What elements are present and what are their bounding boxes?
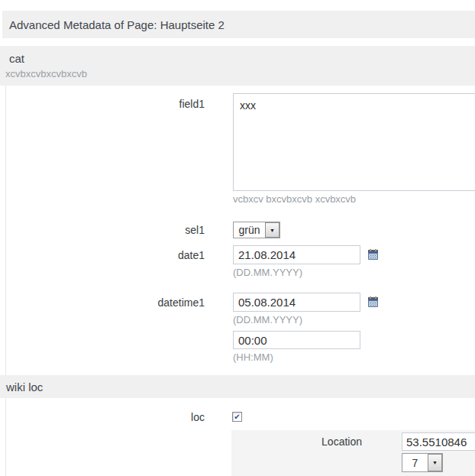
calendar-icon[interactable]: [368, 297, 378, 307]
sel1-select[interactable]: grün ▼: [233, 222, 280, 238]
date1-row: date1 (DD.MM.YYYY): [0, 245, 475, 279]
datetime1-date-input[interactable]: [233, 293, 360, 312]
location-input[interactable]: [402, 432, 475, 451]
zoom-selected-value: 7: [402, 455, 428, 471]
loc-row: loc ✔: [0, 411, 475, 423]
chevron-down-icon[interactable]: ▼: [265, 222, 280, 238]
section-wikiloc-header: wiki loc: [0, 375, 475, 398]
location-label: Location: [231, 436, 402, 448]
section-cat-header: cat xcvbxcvbxcvbxcvb: [0, 46, 475, 86]
section-cat-body: field1 xxx vcbxcv bxcvbxcvb xcvbxcvb sel…: [0, 86, 475, 375]
page-title: Advanced Metadata of Page: Hauptseite 2: [9, 18, 225, 31]
field1-textarea[interactable]: xxx: [233, 93, 475, 191]
content-left-border: [5, 398, 6, 476]
location-row: Location: [231, 432, 475, 451]
calendar-icon-pin: [370, 296, 371, 299]
datetime1-date-help: (DD.MM.YYYY): [233, 314, 378, 326]
date1-help: (DD.MM.YYYY): [233, 267, 378, 279]
section-wikiloc-body: loc ✔ Location 7 ▼: [0, 398, 475, 476]
sel1-label: sel1: [0, 224, 205, 236]
loc-label: loc: [0, 411, 205, 423]
zoom-row: 7 ▼: [402, 453, 475, 472]
location-panel: Location 7 ▼: [231, 430, 475, 476]
calendar-icon-grid: [369, 301, 377, 306]
page-header: Advanced Metadata of Page: Hauptseite 2: [2, 11, 475, 38]
calendar-icon-pin: [370, 249, 371, 251]
calendar-icon-pin: [375, 296, 376, 299]
content-left-border: [5, 86, 6, 375]
datetime1-row: datetime1 (DD.MM.YYYY) (HH:MM): [0, 293, 475, 364]
field1-help: vcbxcv bxcvbxcvb xcvbxcvb: [233, 193, 475, 206]
calendar-icon[interactable]: [368, 250, 378, 260]
datetime1-time-help: (HH:MM): [233, 351, 378, 364]
datetime1-label: datetime1: [0, 293, 205, 309]
section-wikiloc-title: wiki loc: [6, 380, 43, 393]
zoom-select[interactable]: 7 ▼: [402, 453, 443, 472]
chevron-down-icon[interactable]: ▼: [428, 454, 442, 471]
date1-label: date1: [0, 245, 205, 261]
sel1-selected-value: grün: [234, 222, 265, 238]
section-cat-description: xcvbxcvbxcvbxcvb: [0, 68, 475, 80]
loc-checkbox[interactable]: ✔: [232, 412, 242, 422]
field1-label: field1: [0, 93, 205, 206]
calendar-icon-grid: [369, 254, 377, 259]
sel1-row: sel1 grün ▼: [0, 222, 475, 238]
field1-row: field1 xxx vcbxcv bxcvbxcvb xcvbxcvb: [0, 93, 475, 206]
check-icon: ✔: [234, 413, 240, 421]
section-cat-title: cat: [0, 51, 475, 66]
calendar-icon-pin: [375, 249, 376, 251]
datetime1-time-input[interactable]: [233, 331, 360, 349]
date1-input[interactable]: [233, 245, 360, 264]
